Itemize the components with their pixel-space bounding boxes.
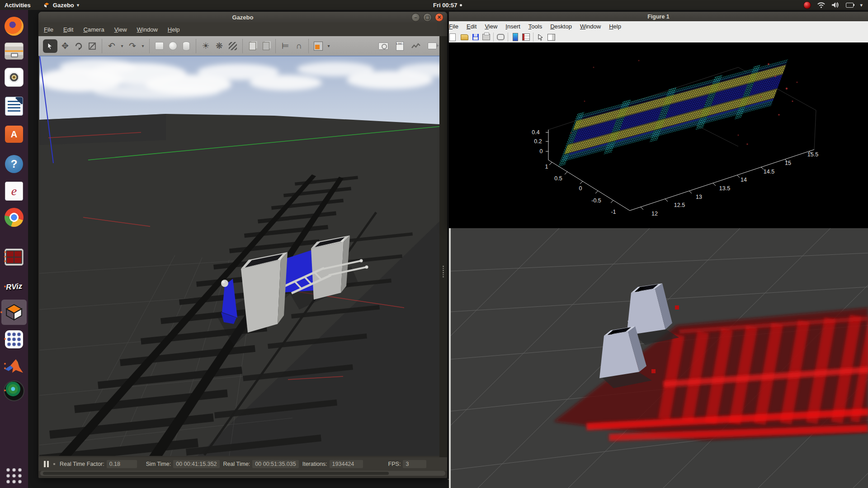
menu-tools[interactable]: Tools [524, 22, 546, 31]
dock-chrome[interactable] [4, 207, 24, 228]
top-bar: Activities Gazebo ▾ Fri 00:57 [0, 0, 868, 10]
snap-button[interactable]: ∩ [293, 40, 305, 52]
x-tick: 13.5 [719, 185, 730, 192]
dock-app-grid[interactable] [4, 329, 24, 350]
insert-legend-button[interactable] [522, 33, 530, 41]
save-figure-button[interactable] [472, 33, 479, 41]
railway-pointcloud [558, 57, 789, 166]
y-tick: 1 [545, 164, 548, 170]
property-inspector-button[interactable] [547, 33, 555, 41]
print-button[interactable] [482, 33, 490, 41]
menu-window[interactable]: Window [576, 22, 605, 31]
show-apps-icon [5, 467, 23, 485]
redo-button[interactable]: ↷ [127, 40, 138, 52]
translate-tool-button[interactable]: ✥ [59, 40, 71, 52]
running-dot [4, 251, 6, 253]
dock-firefox[interactable] [4, 16, 24, 37]
log-record-button[interactable]: LOG↓ [394, 40, 406, 52]
menu-edit[interactable]: Edit [59, 25, 78, 34]
maximize-button[interactable]: ▢ [423, 13, 432, 22]
close-button[interactable]: ✕ [435, 13, 443, 22]
activities-button[interactable]: Activities [5, 2, 31, 9]
x-tick: 12 [651, 211, 658, 217]
dock-camera[interactable] [4, 380, 24, 401]
view-angle-button[interactable] [312, 40, 324, 52]
screenshot-button[interactable] [377, 40, 389, 52]
document-viewer-icon: e [5, 182, 23, 201]
undo-dropdown[interactable]: ▾ [119, 40, 125, 52]
panel-splitter-handle[interactable] [442, 266, 445, 277]
dock-rhythmbox[interactable] [4, 67, 24, 88]
menu-file[interactable]: File [449, 22, 462, 31]
insert-sphere-button[interactable] [167, 40, 179, 52]
scrollbar-thumb[interactable] [43, 472, 389, 475]
menu-help[interactable]: Help [163, 25, 184, 34]
gazebo-titlebar[interactable]: Gazebo − ▢ ✕ [38, 12, 447, 23]
rviz-icon: RViz [5, 282, 23, 292]
menu-view[interactable]: View [110, 25, 132, 34]
menu-camera[interactable]: Camera [79, 25, 108, 34]
menu-edit[interactable]: Edit [462, 22, 481, 31]
point-light-button[interactable]: ☀ [200, 40, 212, 52]
scale-tool-button[interactable] [86, 40, 98, 52]
new-figure-button[interactable] [450, 33, 458, 41]
app-grid-icon [5, 330, 23, 348]
plot-button[interactable] [410, 40, 422, 52]
figure-titlebar[interactable]: Figure 1 [449, 12, 868, 21]
network-icon [817, 2, 825, 8]
menu-view[interactable]: View [481, 22, 501, 31]
toolbar-separator [149, 39, 150, 53]
dock-matlab[interactable] [4, 356, 24, 377]
y-tick: 0 [579, 185, 582, 192]
dock-show-applications[interactable] [4, 465, 24, 486]
paste-button[interactable] [260, 40, 272, 52]
system-tray-menu[interactable]: ▾ [803, 0, 863, 10]
dock-writer[interactable] [4, 96, 24, 117]
gazebo-3d-viewport[interactable] [39, 56, 439, 456]
spot-light-button[interactable]: ❋ [213, 40, 225, 52]
dock-software[interactable]: A [4, 124, 24, 145]
align-button[interactable]: ⊨ [279, 40, 291, 52]
dock-help[interactable]: ? [4, 154, 24, 174]
red-marker [651, 369, 656, 373]
menu-window[interactable]: Window [132, 25, 162, 34]
horizontal-scrollbar[interactable] [40, 471, 445, 476]
dock-terminator[interactable] [4, 247, 24, 267]
toolbar-separator [508, 33, 508, 42]
dock-gazebo[interactable] [1, 300, 27, 325]
dock-rviz[interactable]: RViz [4, 277, 24, 297]
step-button[interactable] [53, 463, 55, 465]
dock: A ? e RViz [0, 10, 28, 488]
menu-file[interactable]: File [39, 25, 58, 34]
figure-plot-area[interactable]: 0.4 0.2 0 1 0.5 0 -0.5 -1 12 12.5 13 13.… [449, 42, 868, 228]
link-plot-button[interactable] [497, 33, 505, 41]
rviz-3d-viewport[interactable] [451, 228, 868, 488]
menu-desktop[interactable]: Desktop [546, 22, 576, 31]
directional-light-button[interactable] [227, 40, 239, 52]
menu-insert[interactable]: Insert [501, 22, 524, 31]
dock-files[interactable] [4, 41, 24, 61]
insert-colorbar-button[interactable] [511, 33, 519, 41]
copy-button[interactable] [246, 40, 258, 52]
minimize-button[interactable]: − [411, 13, 420, 22]
redo-dropdown[interactable]: ▾ [140, 40, 146, 52]
app-indicator-label: Gazebo [53, 2, 74, 9]
clock-menu[interactable]: Fri 00:57 [433, 0, 462, 10]
app-indicator-menu[interactable]: Gazebo ▾ [43, 2, 80, 9]
insert-box-button[interactable] [153, 40, 165, 52]
undo-button[interactable]: ↶ [106, 40, 118, 52]
figure-menubar: File Edit View Insert Tools Desktop Wind… [449, 21, 868, 32]
menu-help[interactable]: Help [605, 22, 625, 31]
insert-cylinder-button[interactable] [180, 40, 192, 52]
pause-button[interactable] [44, 461, 49, 467]
edit-plot-button[interactable] [537, 33, 544, 41]
rviz-scene [451, 228, 868, 488]
gazebo-icon [5, 303, 24, 322]
select-tool-button[interactable] [43, 39, 57, 53]
rotate-tool-button[interactable] [73, 40, 85, 52]
dock-document-viewer[interactable]: e [4, 181, 24, 202]
open-file-button[interactable] [461, 33, 468, 41]
video-record-button[interactable] [426, 40, 438, 52]
toolbar-separator [196, 39, 196, 53]
view-angle-dropdown[interactable]: ▾ [326, 40, 331, 52]
